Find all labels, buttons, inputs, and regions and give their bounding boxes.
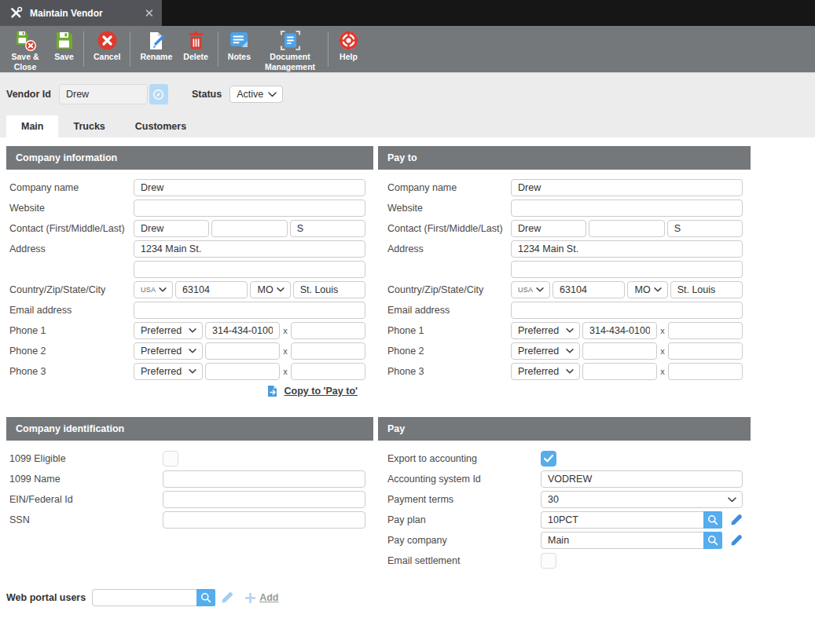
pay-to-section: Pay to Company name Website Contact (Fir… [378, 146, 751, 399]
tab-customers[interactable]: Customers [120, 115, 201, 137]
pt-phone3-ext-input[interactable] [668, 363, 743, 380]
phone3-label: Phone 3 [387, 366, 511, 377]
toolbar-separator [83, 31, 84, 67]
ci-state-select[interactable]: MO [250, 281, 290, 298]
save-and-close-button[interactable]: Save & Close [2, 26, 49, 72]
pay-plan-edit-button[interactable] [730, 514, 743, 526]
pt-email-input[interactable] [511, 302, 743, 319]
pay-company-search-button[interactable] [703, 532, 722, 549]
help-button[interactable]: Help [332, 26, 365, 72]
document-management-button[interactable]: Document Management [256, 26, 324, 72]
ci-city-input[interactable] [293, 281, 365, 298]
chevron-down-icon [268, 92, 277, 97]
ci-phone2-number-input[interactable] [205, 342, 280, 360]
status-value: Active [237, 89, 265, 100]
ci-website-input[interactable] [134, 199, 365, 217]
ci-company-name-input[interactable] [134, 179, 365, 196]
chevron-down-icon [566, 369, 574, 374]
ci-phone1-ext-input[interactable] [291, 322, 365, 339]
rename-label: Rename [140, 52, 172, 62]
cancel-label: Cancel [94, 52, 120, 62]
copy-to-pay-to-link[interactable]: Copy to 'Pay to' [285, 386, 358, 397]
ci-phone2-type-select[interactable]: Preferred [134, 342, 203, 360]
pt-contact-last-input[interactable] [667, 220, 743, 237]
pt-phone1-number-input[interactable] [582, 322, 657, 339]
save-button[interactable]: Save [49, 26, 79, 72]
address-label: Address [9, 243, 134, 254]
ssn-input[interactable] [163, 511, 365, 529]
web-portal-users-search-button[interactable] [196, 589, 215, 606]
pt-phone1-type-value: Preferred [518, 325, 563, 336]
window-tab-maintain-vendor[interactable]: Maintain Vendor ✕ [0, 0, 162, 26]
cancel-button[interactable]: Cancel [88, 26, 126, 72]
pt-address1-input[interactable] [511, 240, 743, 258]
tab-main[interactable]: Main [6, 115, 58, 137]
ci-contact-last-input[interactable] [290, 220, 365, 237]
status-select[interactable]: Active [229, 86, 283, 103]
ci-contact-first-input[interactable] [134, 220, 209, 237]
web-portal-users-input[interactable] [92, 589, 196, 606]
accounting-system-id-input[interactable] [541, 470, 743, 488]
ci-country-select[interactable]: USA [134, 281, 173, 298]
search-icon [707, 535, 718, 546]
vendor-id-bar: Vendor Id Status Active [0, 73, 815, 115]
notes-button[interactable]: Notes [222, 26, 256, 72]
delete-button[interactable]: Delete [178, 26, 214, 72]
ci-contact-middle-input[interactable] [211, 220, 287, 237]
ci-state-value: MO [257, 284, 273, 295]
name-1099-input[interactable] [163, 470, 365, 488]
add-user-button[interactable] [244, 592, 256, 604]
payment-terms-select[interactable]: 30 [541, 491, 743, 508]
ci-email-input[interactable] [134, 302, 365, 319]
ci-phone1-type-select[interactable]: Preferred [134, 322, 203, 339]
pt-phone1-type-select[interactable]: Preferred [511, 322, 580, 339]
vendor-lookup-button[interactable] [149, 84, 168, 104]
pay-company-input[interactable] [541, 532, 703, 549]
pt-city-input[interactable] [670, 281, 743, 298]
eligible-1099-checkbox[interactable] [163, 451, 178, 467]
ci-phone1-type-value: Preferred [141, 325, 185, 336]
add-user-link[interactable]: Add [259, 592, 278, 603]
ein-input[interactable] [163, 491, 365, 508]
pt-contact-first-input[interactable] [511, 220, 586, 237]
contact-label: Contact (First/Middle/Last) [387, 223, 511, 234]
email-settlement-checkbox[interactable] [541, 553, 556, 569]
pay-company-edit-button[interactable] [730, 534, 743, 547]
check-icon [544, 455, 553, 463]
address1-row: Address [9, 240, 365, 258]
ci-zip-input[interactable] [175, 281, 248, 298]
ci-address1-input[interactable] [134, 240, 365, 258]
vendor-id-input[interactable] [59, 84, 148, 104]
pt-phone3-type-select[interactable]: Preferred [511, 363, 580, 380]
phone3-ext-x: x [659, 367, 666, 376]
chevron-down-icon [189, 369, 196, 374]
ci-phone2-ext-input[interactable] [291, 342, 365, 360]
pay-plan-lookup [541, 511, 722, 529]
pay-plan-input[interactable] [541, 511, 703, 529]
close-icon[interactable]: ✕ [144, 7, 154, 19]
pt-company-name-input[interactable] [511, 179, 743, 196]
ci-phone3-type-select[interactable]: Preferred [134, 363, 203, 380]
pt-phone3-number-input[interactable] [582, 363, 657, 380]
pay-company-lookup [541, 532, 722, 549]
ci-phone3-number-input[interactable] [205, 363, 280, 380]
pt-phone2-type-select[interactable]: Preferred [511, 342, 580, 360]
pt-zip-input[interactable] [553, 281, 625, 298]
ci-address2-input[interactable] [134, 261, 365, 278]
pt-contact-middle-input[interactable] [589, 220, 664, 237]
pt-address2-input[interactable] [511, 261, 743, 278]
rename-button[interactable]: Rename [134, 26, 178, 72]
ci-phone3-ext-input[interactable] [291, 363, 365, 380]
window-title: Maintain Vendor [30, 8, 137, 19]
export-to-accounting-checkbox[interactable] [541, 451, 556, 467]
ci-phone1-number-input[interactable] [205, 322, 280, 339]
pt-phone2-ext-input[interactable] [668, 342, 743, 360]
pt-phone1-ext-input[interactable] [668, 322, 743, 339]
pay-plan-search-button[interactable] [703, 511, 722, 529]
pt-state-select[interactable]: MO [627, 281, 667, 298]
pt-phone2-number-input[interactable] [582, 342, 657, 360]
pt-country-select[interactable]: USA [511, 281, 550, 298]
web-portal-users-edit-button[interactable] [221, 591, 233, 604]
pt-website-input[interactable] [511, 199, 743, 217]
tab-trucks[interactable]: Trucks [58, 115, 119, 137]
